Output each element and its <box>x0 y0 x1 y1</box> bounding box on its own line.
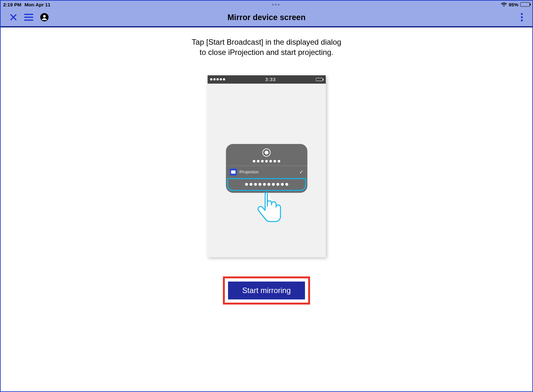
status-left: 2:19 PM Mon Apr 11 <box>3 2 50 7</box>
multitask-indicator <box>272 4 279 5</box>
signal-dots-icon <box>210 78 225 80</box>
illustration-app-row: iProjection ✓ <box>226 166 307 178</box>
app-header: Mirror device screen <box>1 8 532 27</box>
close-icon[interactable] <box>10 13 17 21</box>
battery-icon <box>520 2 530 7</box>
illustration-phone-time: 3:33 <box>265 77 276 82</box>
placeholder-text-dots <box>253 160 280 162</box>
status-time: 2:19 PM <box>3 2 21 7</box>
record-icon <box>263 148 271 157</box>
instruction-line2: to close iProjection and start projectin… <box>192 47 341 57</box>
callout-highlight: Start mirroring <box>223 276 310 305</box>
more-options-icon[interactable] <box>521 13 523 21</box>
wifi-icon <box>501 2 507 7</box>
start-mirroring-button[interactable]: Start mirroring <box>228 282 305 299</box>
tap-hand-icon <box>255 190 283 226</box>
instruction-line1: Tap [Start Broadcast] in the displayed d… <box>192 37 341 47</box>
battery-percent: 95% <box>509 2 518 7</box>
illustration-phone-statusbar: 3:33 <box>208 75 326 84</box>
instruction-text: Tap [Start Broadcast] in the displayed d… <box>192 37 341 58</box>
illustration-start-broadcast-field <box>227 178 306 191</box>
ipad-status-bar: 2:19 PM Mon Apr 11 95% <box>1 1 532 8</box>
illustration-battery-icon <box>316 78 323 81</box>
main-content: Tap [Start Broadcast] in the displayed d… <box>1 27 532 305</box>
illustration-phone: 3:33 iProjection ✓ <box>208 75 326 257</box>
illustration-app-name: iProjection <box>239 170 297 174</box>
illustration-broadcast-dialog: iProjection ✓ <box>226 144 307 193</box>
status-right: 95% <box>501 2 530 7</box>
svg-point-1 <box>43 15 46 18</box>
page-title: Mirror device screen <box>1 13 532 22</box>
iprojection-app-icon <box>230 169 237 176</box>
menu-icon[interactable] <box>24 14 33 21</box>
user-icon[interactable] <box>40 13 49 21</box>
check-icon: ✓ <box>299 169 303 175</box>
status-date: Mon Apr 11 <box>25 2 50 7</box>
